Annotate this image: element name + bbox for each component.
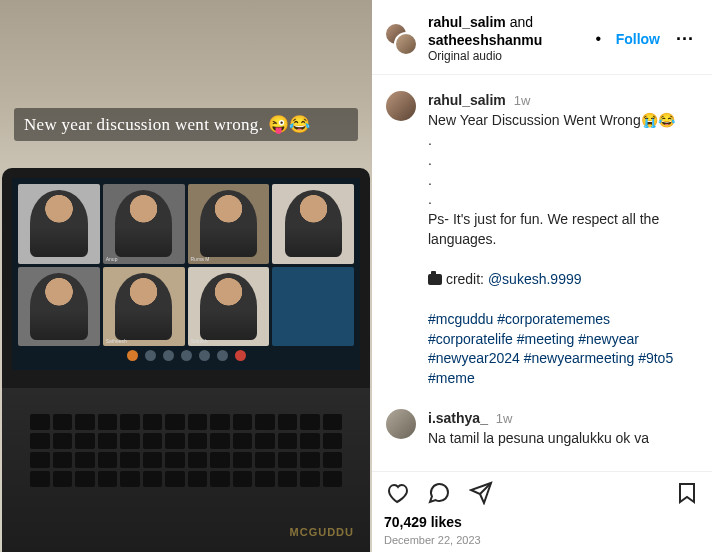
author-names: rahul_salim and satheeshshanmu Original …: [428, 14, 586, 64]
avatar[interactable]: [386, 91, 416, 121]
save-button[interactable]: [674, 480, 700, 506]
control-icon: [127, 350, 138, 361]
participant-tile: [18, 184, 100, 264]
control-icon: [199, 350, 210, 361]
participant-tile: [188, 184, 270, 264]
credit-mention[interactable]: @sukesh.9999: [488, 271, 582, 287]
control-icon: [181, 350, 192, 361]
comment-button[interactable]: [426, 480, 452, 506]
post-sidebar: rahul_salim and satheeshshanmu Original …: [372, 0, 712, 552]
post-body: rahul_salim 1w New Year Discussion Went …: [372, 74, 712, 471]
participant-tile: [18, 267, 100, 347]
hashtags[interactable]: #mcguddu #corporatememes #corporatelife …: [428, 311, 673, 387]
coauthor-username[interactable]: satheeshshanmu: [428, 32, 586, 50]
laptop-graphic: [2, 168, 370, 552]
share-button[interactable]: [468, 480, 494, 506]
avatar[interactable]: [386, 409, 416, 439]
more-options-button[interactable]: ···: [670, 29, 700, 50]
participant-tile: [188, 267, 270, 347]
like-count[interactable]: 70,429 likes: [384, 514, 700, 530]
bookmark-icon: [675, 481, 699, 505]
camera-icon: [428, 274, 442, 285]
avatar: [394, 32, 418, 56]
like-button[interactable]: [384, 480, 410, 506]
participant-tile: [272, 267, 354, 347]
follow-button[interactable]: Follow: [616, 31, 660, 47]
post-actions: 70,429 likes December 22, 2023: [372, 471, 712, 552]
post-header: rahul_salim and satheeshshanmu Original …: [372, 0, 712, 74]
video-caption-overlay: New year discussion went wrong. 😜😂: [14, 108, 358, 141]
action-row: [384, 480, 700, 506]
control-icon: [145, 350, 156, 361]
comment-icon: [427, 481, 451, 505]
participant-tile: [272, 184, 354, 264]
participant-tile: [103, 267, 185, 347]
audio-label[interactable]: Original audio: [428, 49, 586, 64]
watermark: MCGUDDU: [290, 526, 354, 538]
comment-row: i.sathya_ 1w Na tamil la pesuna ungalukk…: [372, 399, 712, 459]
share-icon: [469, 481, 493, 505]
caption-row: rahul_salim 1w New Year Discussion Went …: [372, 81, 712, 399]
heart-icon: [385, 481, 409, 505]
control-icon: [163, 350, 174, 361]
author-username[interactable]: rahul_salim: [428, 14, 506, 30]
instagram-post: New year discussion went wrong. 😜😂: [0, 0, 712, 552]
call-controls: [18, 346, 354, 364]
comment-username[interactable]: i.sathya_: [428, 410, 488, 426]
caption-time: 1w: [514, 93, 531, 108]
laptop-screen: [2, 168, 370, 388]
hangup-icon: [235, 350, 246, 361]
comment-time: 1w: [496, 411, 513, 426]
post-media[interactable]: New year discussion went wrong. 😜😂: [0, 0, 372, 552]
video-call-grid: [18, 184, 354, 346]
post-date: December 22, 2023: [384, 534, 700, 546]
comment-text: i.sathya_ 1w Na tamil la pesuna ungalukk…: [428, 409, 649, 449]
avatar-stack[interactable]: [384, 22, 418, 56]
caption-username[interactable]: rahul_salim: [428, 92, 506, 108]
participant-tile: [103, 184, 185, 264]
control-icon: [217, 350, 228, 361]
caption-text: rahul_salim 1w New Year Discussion Went …: [428, 91, 698, 389]
